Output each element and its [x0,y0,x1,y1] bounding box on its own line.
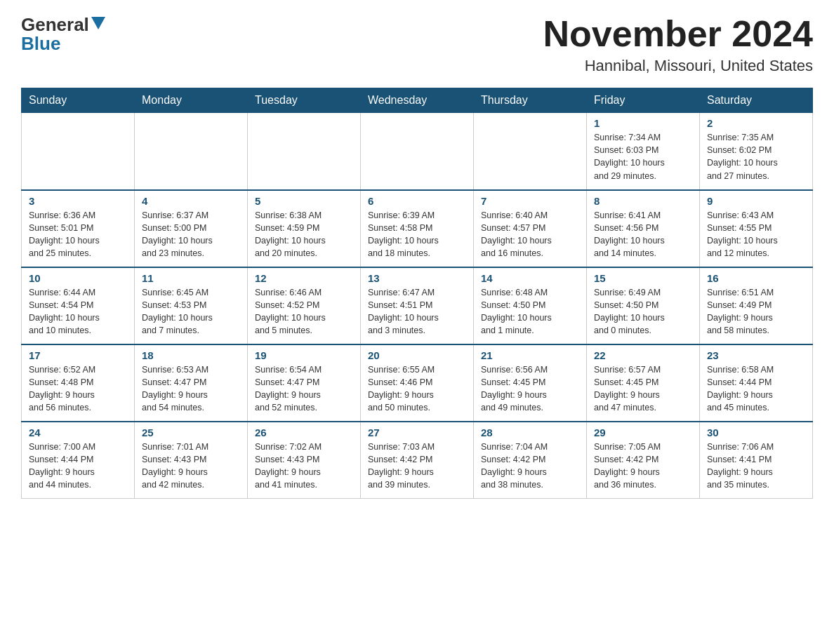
day-number: 10 [29,272,127,284]
svg-marker-0 [91,17,105,29]
day-number: 17 [29,349,127,361]
day-number: 24 [29,427,127,438]
logo-blue-text: Blue [21,33,60,55]
day-info: Sunrise: 7:02 AMSunset: 4:43 PMDaylight:… [255,441,353,492]
day-number: 22 [594,349,692,361]
table-row: 2Sunrise: 7:35 AMSunset: 6:02 PMDaylight… [700,113,813,190]
day-number: 4 [142,195,240,207]
day-number: 11 [142,272,240,284]
table-row: 30Sunrise: 7:06 AMSunset: 4:41 PMDayligh… [700,422,813,499]
day-info: Sunrise: 7:04 AMSunset: 4:42 PMDaylight:… [481,441,579,492]
header-row: Sunday Monday Tuesday Wednesday Thursday… [22,88,813,113]
table-row: 12Sunrise: 6:46 AMSunset: 4:52 PMDayligh… [248,267,361,344]
table-row: 5Sunrise: 6:38 AMSunset: 4:59 PMDaylight… [248,190,361,267]
day-info: Sunrise: 7:34 AMSunset: 6:03 PMDaylight:… [594,131,692,182]
table-row [22,113,135,190]
table-row [474,113,587,190]
table-row: 15Sunrise: 6:49 AMSunset: 4:50 PMDayligh… [587,267,700,344]
day-info: Sunrise: 6:58 AMSunset: 4:44 PMDaylight:… [707,363,805,415]
table-row: 19Sunrise: 6:54 AMSunset: 4:47 PMDayligh… [248,344,361,422]
day-info: Sunrise: 6:37 AMSunset: 5:00 PMDaylight:… [142,209,240,260]
day-info: Sunrise: 6:53 AMSunset: 4:47 PMDaylight:… [142,363,240,415]
day-info: Sunrise: 6:39 AMSunset: 4:58 PMDaylight:… [368,209,466,260]
table-row [248,113,361,190]
day-number: 21 [481,349,579,361]
day-info: Sunrise: 6:44 AMSunset: 4:54 PMDaylight:… [29,286,127,337]
day-info: Sunrise: 6:55 AMSunset: 4:46 PMDaylight:… [368,363,466,415]
day-info: Sunrise: 6:57 AMSunset: 4:45 PMDaylight:… [594,363,692,415]
table-row: 9Sunrise: 6:43 AMSunset: 4:55 PMDaylight… [700,190,813,267]
day-info: Sunrise: 6:40 AMSunset: 4:57 PMDaylight:… [481,209,579,260]
day-number: 12 [255,272,353,284]
header-monday: Monday [135,88,248,113]
day-number: 27 [368,427,466,438]
day-info: Sunrise: 6:43 AMSunset: 4:55 PMDaylight:… [707,209,805,260]
day-number: 30 [707,427,805,438]
table-row: 6Sunrise: 6:39 AMSunset: 4:58 PMDaylight… [361,190,474,267]
table-row: 14Sunrise: 6:48 AMSunset: 4:50 PMDayligh… [474,267,587,344]
table-row: 18Sunrise: 6:53 AMSunset: 4:47 PMDayligh… [135,344,248,422]
table-row: 4Sunrise: 6:37 AMSunset: 5:00 PMDaylight… [135,190,248,267]
logo-triangle-icon [91,17,105,29]
table-row: 21Sunrise: 6:56 AMSunset: 4:45 PMDayligh… [474,344,587,422]
calendar-week-row: 10Sunrise: 6:44 AMSunset: 4:54 PMDayligh… [22,267,813,344]
table-row: 11Sunrise: 6:45 AMSunset: 4:53 PMDayligh… [135,267,248,344]
page-header: General Blue November 2024 Hannibal, Mis… [21,14,813,75]
day-info: Sunrise: 7:01 AMSunset: 4:43 PMDaylight:… [142,441,240,492]
day-info: Sunrise: 6:46 AMSunset: 4:52 PMDaylight:… [255,286,353,337]
day-info: Sunrise: 6:49 AMSunset: 4:50 PMDaylight:… [594,286,692,337]
table-row: 23Sunrise: 6:58 AMSunset: 4:44 PMDayligh… [700,344,813,422]
calendar-week-row: 3Sunrise: 6:36 AMSunset: 5:01 PMDaylight… [22,190,813,267]
calendar-table: Sunday Monday Tuesday Wednesday Thursday… [21,88,813,499]
day-number: 19 [255,349,353,361]
table-row: 20Sunrise: 6:55 AMSunset: 4:46 PMDayligh… [361,344,474,422]
day-info: Sunrise: 7:03 AMSunset: 4:42 PMDaylight:… [368,441,466,492]
header-sunday: Sunday [22,88,135,113]
day-info: Sunrise: 6:51 AMSunset: 4:49 PMDaylight:… [707,286,805,337]
day-info: Sunrise: 6:52 AMSunset: 4:48 PMDaylight:… [29,363,127,415]
day-info: Sunrise: 7:05 AMSunset: 4:42 PMDaylight:… [594,441,692,492]
header-tuesday: Tuesday [248,88,361,113]
day-number: 16 [707,272,805,284]
title-area: November 2024 Hannibal, Missouri, United… [543,14,813,75]
calendar-week-row: 1Sunrise: 7:34 AMSunset: 6:03 PMDaylight… [22,113,813,190]
day-info: Sunrise: 6:47 AMSunset: 4:51 PMDaylight:… [368,286,466,337]
day-number: 3 [29,195,127,207]
day-number: 20 [368,349,466,361]
day-number: 7 [481,195,579,207]
table-row: 25Sunrise: 7:01 AMSunset: 4:43 PMDayligh… [135,422,248,499]
table-row: 8Sunrise: 6:41 AMSunset: 4:56 PMDaylight… [587,190,700,267]
day-number: 14 [481,272,579,284]
day-info: Sunrise: 6:41 AMSunset: 4:56 PMDaylight:… [594,209,692,260]
table-row: 24Sunrise: 7:00 AMSunset: 4:44 PMDayligh… [22,422,135,499]
day-number: 15 [594,272,692,284]
table-row: 26Sunrise: 7:02 AMSunset: 4:43 PMDayligh… [248,422,361,499]
day-number: 18 [142,349,240,361]
calendar-subtitle: Hannibal, Missouri, United States [543,57,813,75]
day-info: Sunrise: 7:06 AMSunset: 4:41 PMDaylight:… [707,441,805,492]
day-number: 6 [368,195,466,207]
day-number: 2 [707,117,805,129]
day-info: Sunrise: 6:45 AMSunset: 4:53 PMDaylight:… [142,286,240,337]
table-row: 13Sunrise: 6:47 AMSunset: 4:51 PMDayligh… [361,267,474,344]
day-number: 9 [707,195,805,207]
day-info: Sunrise: 6:56 AMSunset: 4:45 PMDaylight:… [481,363,579,415]
day-number: 23 [707,349,805,361]
calendar-week-row: 24Sunrise: 7:00 AMSunset: 4:44 PMDayligh… [22,422,813,499]
day-info: Sunrise: 6:38 AMSunset: 4:59 PMDaylight:… [255,209,353,260]
day-info: Sunrise: 7:00 AMSunset: 4:44 PMDaylight:… [29,441,127,492]
header-friday: Friday [587,88,700,113]
table-row: 28Sunrise: 7:04 AMSunset: 4:42 PMDayligh… [474,422,587,499]
day-number: 13 [368,272,466,284]
day-number: 28 [481,427,579,438]
header-saturday: Saturday [700,88,813,113]
calendar-week-row: 17Sunrise: 6:52 AMSunset: 4:48 PMDayligh… [22,344,813,422]
table-row: 29Sunrise: 7:05 AMSunset: 4:42 PMDayligh… [587,422,700,499]
table-row: 27Sunrise: 7:03 AMSunset: 4:42 PMDayligh… [361,422,474,499]
day-number: 26 [255,427,353,438]
day-number: 25 [142,427,240,438]
table-row: 3Sunrise: 6:36 AMSunset: 5:01 PMDaylight… [22,190,135,267]
table-row [361,113,474,190]
day-number: 5 [255,195,353,207]
day-info: Sunrise: 6:54 AMSunset: 4:47 PMDaylight:… [255,363,353,415]
